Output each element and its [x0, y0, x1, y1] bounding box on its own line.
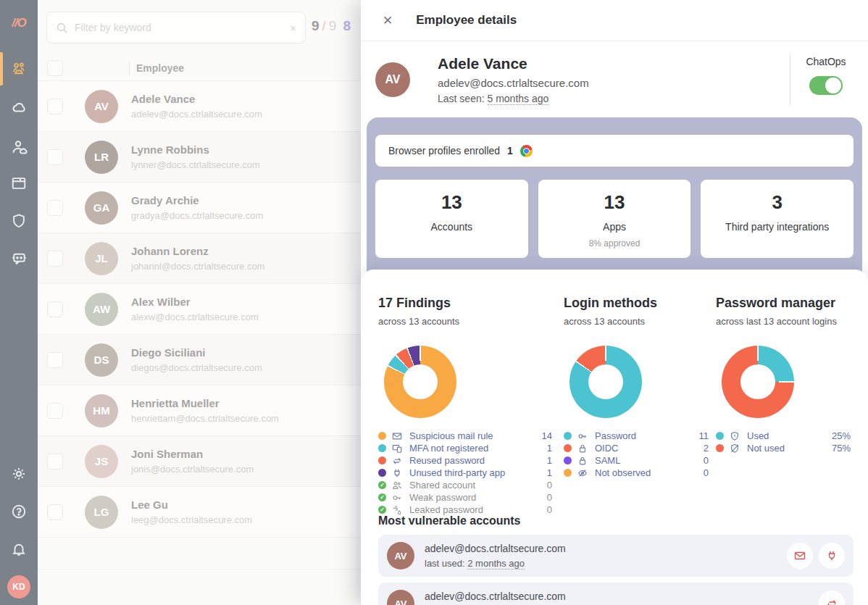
legend-item[interactable]: MFA not registered1 [378, 442, 552, 454]
browser-window-icon [11, 175, 27, 191]
chart-subtitle: across last 13 account logins [716, 316, 851, 327]
stat-card-integrations[interactable]: 3 Third party integrations [701, 180, 854, 258]
profile-section: AV Adele Vance adelev@docs.ctrlaltsecure… [361, 41, 868, 117]
search-input[interactable] [75, 22, 283, 33]
sidebar-item-security[interactable] [0, 205, 38, 237]
row-checkbox[interactable] [47, 251, 63, 267]
legend-count: 14 [542, 430, 552, 441]
shield-off-icon [730, 443, 741, 454]
table-row[interactable]: JS Joni Shermanjonis@docs.ctrlaltsecure.… [38, 436, 361, 487]
legend-count: 0 [704, 467, 709, 478]
legend-count: 0 [547, 492, 552, 503]
user-avatar[interactable]: KD [7, 575, 30, 598]
table-row[interactable]: LG Lee Guleeg@docs.ctrlaltsecure.com [38, 487, 361, 538]
legend-item[interactable]: Reused password1 [378, 454, 552, 467]
sidebar-item-notifications[interactable] [0, 533, 38, 565]
stat-card-accounts[interactable]: 13 Accounts [375, 180, 528, 258]
legend-item[interactable]: Not used75% [716, 442, 851, 454]
employee-email: lynner@docs.ctrlaltsecure.com [131, 159, 260, 170]
profile-email: adelev@docs.ctrlaltsecure.com [438, 77, 589, 89]
lock-icon [577, 456, 589, 466]
password-manager-donut-chart [722, 346, 794, 418]
reused-password-finding-icon[interactable] [819, 591, 845, 605]
chatops-toggle[interactable] [809, 76, 843, 95]
legend-item[interactable]: Shared account0 [378, 479, 552, 491]
avatar: AW [85, 293, 118, 326]
table-row[interactable]: AW Alex Wilberalexw@docs.ctrlaltsecure.c… [38, 284, 361, 335]
last-used-value[interactable]: 2 months ago [467, 558, 525, 569]
login-methods-legend: Password11 OIDC2 SAML0 Not observed0 [564, 430, 709, 479]
row-checkbox[interactable] [47, 403, 63, 419]
legend-item[interactable]: Not observed0 [564, 467, 709, 479]
last-seen-label: Last seen: [438, 93, 485, 104]
row-checkbox[interactable] [47, 352, 63, 368]
table-row[interactable]: JL Johann Lorenzjohannl@docs.ctrlaltsecu… [38, 233, 361, 284]
avatar: LG [85, 496, 118, 529]
clear-search-icon[interactable]: × [290, 22, 296, 34]
table-row[interactable]: GA Grady Archiegradya@docs.ctrlaltsecure… [38, 183, 361, 233]
employee-name: Johann Lorenz [131, 245, 264, 257]
legend-item[interactable]: Suspicious mail rule14 [378, 430, 552, 442]
mail-icon [392, 431, 404, 441]
sidebar-item-employees[interactable] [0, 53, 38, 85]
stat-value: 13 [538, 191, 691, 214]
row-checkbox[interactable] [47, 301, 63, 317]
key-icon [392, 493, 404, 503]
legend-item[interactable]: Password11 [564, 430, 709, 442]
last-seen-value[interactable]: 5 months ago [488, 93, 549, 105]
application-window: //O KD [0, 0, 868, 605]
chart-subtitle: across 13 accounts [564, 316, 709, 327]
employee-name: Adele Vance [131, 93, 262, 105]
legend-label: Shared account [409, 480, 541, 491]
search-box[interactable]: × [46, 12, 306, 43]
legend-dot [378, 432, 386, 440]
stats-section: Browser profiles enrolled 1 13 Accounts … [367, 117, 862, 283]
legend-count: 0 [547, 504, 552, 515]
row-checkbox[interactable] [47, 454, 63, 470]
avatar: LR [85, 141, 118, 174]
employee-email: adelev@docs.ctrlaltsecure.com [131, 109, 262, 120]
avatar: JS [85, 445, 118, 478]
legend-item[interactable]: OIDC2 [564, 442, 709, 454]
table-row[interactable]: HM Henrietta Muellerhenriettam@docs.ctrl… [38, 385, 361, 436]
sidebar-item-settings[interactable] [0, 458, 38, 490]
employee-email: diegos@docs.ctrlaltsecure.com [131, 362, 262, 373]
search-icon [56, 22, 68, 34]
vulnerable-account-row[interactable]: AV adelev@docs.ctrlaltsecure.com last us… [378, 583, 854, 605]
stat-card-apps[interactable]: 13 Apps 8% approved [538, 180, 691, 258]
list-toolbar: × 9/98 [38, 0, 361, 55]
row-checkbox[interactable] [47, 504, 63, 520]
sidebar-item-help[interactable] [0, 496, 38, 527]
legend-item[interactable]: Unused third-party app1 [378, 467, 552, 479]
people-icon [392, 480, 404, 491]
legend-count: 25% [832, 430, 851, 441]
sidebar-item-identities[interactable] [0, 131, 38, 163]
sidebar-item-cloud[interactable] [0, 91, 38, 123]
browser-profiles-label: Browser profiles enrolled [388, 145, 500, 157]
close-icon[interactable]: ✕ [383, 13, 393, 28]
row-checkbox[interactable] [47, 149, 63, 165]
unused-app-finding-icon[interactable] [819, 543, 845, 569]
counter-total: 9 [329, 18, 337, 33]
legend-item[interactable]: Weak password0 [378, 491, 552, 504]
sidebar-item-chatbot[interactable] [0, 242, 38, 274]
suspicious-mail-finding-icon[interactable] [787, 543, 813, 569]
vulnerable-account-row[interactable]: AV adelev@docs.ctrlaltsecure.com last us… [378, 535, 854, 577]
legend-item[interactable]: SAML0 [564, 454, 709, 467]
legend-item[interactable]: Used25% [716, 430, 851, 442]
list-footer-divider [38, 538, 361, 569]
table-row[interactable]: AV Adele Vanceadelev@docs.ctrlaltsecure.… [38, 81, 361, 132]
row-checkbox[interactable] [47, 99, 63, 114]
table-row[interactable]: LR Lynne Robbinslynner@docs.ctrlaltsecur… [38, 132, 361, 183]
legend-count: 75% [832, 443, 851, 454]
table-row[interactable]: DS Diego Sicilianidiegos@docs.ctrlaltsec… [38, 335, 361, 385]
sidebar-item-browser[interactable] [0, 167, 38, 199]
employee-email: johannl@docs.ctrlaltsecure.com [131, 261, 264, 272]
select-all-checkbox[interactable] [47, 60, 63, 76]
legend-label: OIDC [595, 443, 698, 454]
row-checkbox[interactable] [47, 200, 63, 216]
legend-dot [378, 444, 386, 452]
shield-icon [730, 431, 741, 441]
last-seen: Last seen: 5 months ago [438, 93, 589, 104]
legend-count: 1 [547, 455, 552, 466]
